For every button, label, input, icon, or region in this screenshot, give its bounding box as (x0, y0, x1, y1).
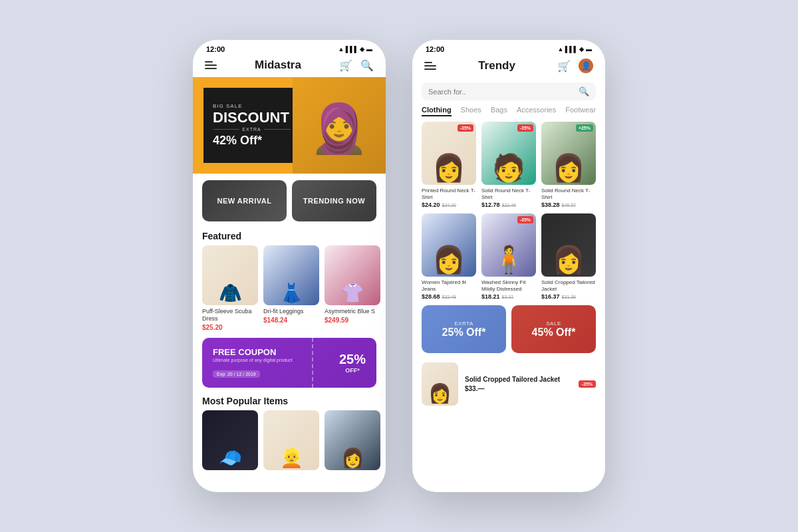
status-bar-1: 12:00 ▲ ▌▌▌ ◈ ▬ (193, 40, 386, 56)
hero-discount: DISCOUNT (213, 110, 291, 125)
popular-item-2[interactable]: 👩 (325, 410, 380, 473)
hero-percent: 42% Off* (213, 134, 291, 148)
coupon-right: 25% OFF* (339, 352, 366, 374)
product-card-3[interactable]: 👩 Women Tapered fit Jeans $28.68 $32.48 (422, 213, 476, 300)
product-card-1[interactable]: 🧑 -35% Solid Round Neck T-Shirt $12.78 $… (481, 122, 536, 208)
list-product-price: $33.— (465, 385, 572, 392)
discount-badge-2: +25% (576, 124, 593, 132)
nav-icons-2: 🛒 👤 (557, 59, 593, 73)
price-current-3: $28.68 (422, 293, 440, 300)
price-original-3: $32.48 (442, 295, 456, 299)
featured-title: Featured (193, 228, 386, 245)
tab-footwear[interactable]: Footwear (565, 106, 596, 116)
nav-bar-2: Trendy 🛒 👤 (412, 56, 605, 78)
list-product-badge: -35% (579, 380, 596, 388)
category-tabs: Clothing Shoes Bags Accessories Footwear… (412, 106, 605, 122)
app-title-1: Midastra (255, 59, 301, 72)
featured-row: 🧥 Puff-Sleeve Scuba Dress $25.20 👗 Dri-f… (193, 245, 386, 338)
product-name-0: Printed Round Neck T-Shirt (422, 188, 476, 200)
hero-extra: EXTRA (213, 127, 291, 132)
product-img-3: 👩 (422, 213, 476, 277)
new-arrival-button[interactable]: NEW ARRIVAL (202, 180, 287, 221)
product-card-0[interactable]: 👩 -35% Printed Round Neck T-Shirt $24.20… (422, 122, 476, 208)
product-grid-row1: 👩 -35% Printed Round Neck T-Shirt $24.20… (412, 122, 605, 213)
price-row-5: $16.37 $31.38 (541, 293, 596, 300)
coupon-expiry: Exp: 20 / 12 / 2019 (213, 370, 260, 378)
featured-img-0: 🧥 (202, 245, 258, 305)
featured-item-0[interactable]: 🧥 Puff-Sleeve Scuba Dress $25.20 (202, 245, 258, 331)
most-popular-title: Most Popular Items (193, 394, 386, 410)
promo-card-blue[interactable]: EXRTA 25% Off* (422, 305, 506, 353)
product-name-4: Washed Skinny Fit Mildly Distressed (481, 279, 536, 292)
featured-name-2: Asymmetric Blue S (325, 308, 380, 315)
list-product-name: Solid Cropped Tailored Jacket (465, 376, 572, 383)
search-bar: 🔍 (422, 82, 596, 100)
price-row-4: $18.21 $3.32 (481, 293, 536, 300)
price-original-2: $46.57 (562, 203, 576, 207)
featured-item-2[interactable]: 👚 Asymmetric Blue S $249.59 (325, 245, 380, 331)
coupon-subtitle: Ultimate purpose of any digital product (213, 358, 292, 362)
promo-extra-0: EXRTA (454, 321, 473, 327)
nav-icons-1: 🛒 🔍 (339, 59, 374, 72)
coupon-banner[interactable]: FREE COUPON Ultimate purpose of any digi… (202, 338, 376, 388)
profile-icon-2[interactable]: 👤 (579, 59, 593, 73)
phone-trendy: 12:00 ▲ ▌▌▌ ◈ ▬ Trendy 🛒 👤 🔍 Clothing (412, 40, 605, 492)
promo-percent-1: 45% Off* (532, 327, 576, 338)
coupon-percent: 25% (339, 352, 366, 367)
most-popular-row: 🧢 👱 👩 (193, 410, 386, 479)
phone1-scroll: BIG SALE DISCOUNT EXTRA 42% Off* 🧕 NEW A… (193, 77, 386, 492)
search-icon-1[interactable]: 🔍 (360, 59, 374, 72)
product-name-2: Solid Round Neck T-Shirt (541, 188, 596, 200)
trending-now-button[interactable]: TRENDING NOW (292, 180, 376, 221)
product-card-2[interactable]: 👩 +25% Solid Round Neck T-Shirt $38.28 $… (541, 122, 596, 208)
featured-price-2: $249.59 (325, 317, 380, 324)
price-row-1: $12.78 $21.46 (481, 201, 536, 208)
hero-banner[interactable]: BIG SALE DISCOUNT EXTRA 42% Off* 🧕 (193, 77, 386, 174)
list-product-item[interactable]: 👩 Solid Cropped Tailored Jacket $33.— -3… (412, 358, 605, 410)
price-row-2: $38.28 $46.57 (541, 201, 596, 208)
promo-card-red[interactable]: SALE 45% Off* (511, 305, 596, 353)
tab-clothing[interactable]: Clothing (422, 106, 452, 116)
product-img-5: 👩 (541, 213, 596, 277)
tab-accessories[interactable]: Accessories (517, 106, 556, 116)
price-row-3: $28.68 $32.48 (422, 293, 476, 300)
featured-item-1[interactable]: 👗 Dri-fit Leggings $148.24 (263, 245, 319, 331)
cart-icon-1[interactable]: 🛒 (339, 59, 352, 72)
trending-now-label: TRENDING NOW (303, 197, 365, 205)
popular-item-0[interactable]: 🧢 (202, 410, 258, 473)
status-icon-1: ▲ ▌▌▌ ◈ ▬ (338, 46, 372, 53)
product-name-3: Women Tapered fit Jeans (422, 279, 476, 292)
promo-percent-0: 25% Off* (442, 327, 486, 338)
time-1: 12:00 (206, 45, 225, 53)
hero-big-sale: BIG SALE (213, 103, 291, 109)
discount-badge-4: -35% (517, 216, 533, 223)
menu-icon-2[interactable] (424, 62, 436, 70)
phone-midastra: 12:00 ▲ ▌▌▌ ◈ ▬ Midastra 🛒 🔍 BIG SALE DI… (193, 40, 386, 492)
tab-bags[interactable]: Bags (491, 106, 507, 116)
promo-extra-1: SALE (546, 321, 561, 327)
product-card-5[interactable]: 👩 Solid Cropped Tailored Jacket $16.37 $… (541, 213, 596, 300)
product-grid-row2: 👩 Women Tapered fit Jeans $28.68 $32.48 … (412, 213, 605, 305)
list-product-info: Solid Cropped Tailored Jacket $33.— (465, 376, 572, 392)
list-product-img: 👩 (422, 362, 458, 406)
price-current-4: $18.21 (481, 293, 500, 300)
product-img-4: 🧍 -35% (481, 213, 536, 277)
menu-icon-1[interactable] (205, 61, 217, 69)
product-img-0: 👩 -35% (422, 122, 476, 185)
price-current-0: $24.20 (422, 201, 440, 208)
coupon-free-text: FREE COUPON (213, 347, 292, 357)
time-2: 12:00 (426, 45, 444, 53)
price-original-5: $31.38 (562, 295, 576, 299)
discount-badge-0: -35% (458, 124, 473, 132)
cart-icon-2[interactable]: 🛒 (557, 60, 571, 72)
tab-shoes[interactable]: Shoes (461, 106, 481, 116)
category-buttons: NEW ARRIVAL TRENDING NOW (193, 174, 386, 228)
hero-text-box: BIG SALE DISCOUNT EXTRA 42% Off* (203, 88, 300, 163)
product-card-4[interactable]: 🧍 -35% Washed Skinny Fit Mildly Distress… (481, 213, 536, 300)
popular-item-1[interactable]: 👱 (263, 410, 319, 473)
nav-bar-1: Midastra 🛒 🔍 (193, 56, 386, 77)
product-img-1: 🧑 -35% (481, 122, 536, 185)
search-input[interactable] (428, 88, 579, 96)
search-submit-icon[interactable]: 🔍 (579, 86, 589, 96)
price-original-1: $21.46 (502, 203, 516, 207)
